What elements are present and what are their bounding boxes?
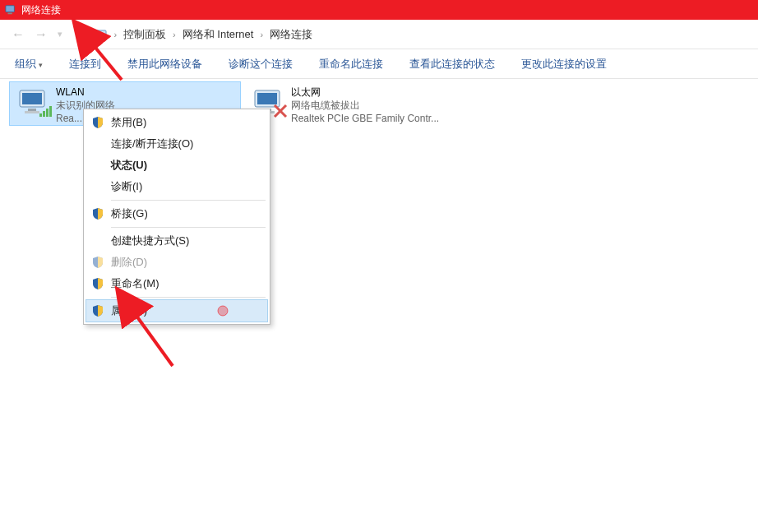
svg-rect-9: [43, 111, 45, 117]
wlan-name: WLAN: [56, 86, 237, 99]
network-item-ethernet[interactable]: 以太网 网络电缆被拔出 Realtek PCIe GBE Family Cont…: [245, 82, 475, 125]
toolbar-status[interactable]: 查看此连接的状态: [408, 53, 497, 75]
ctx-separator: [111, 297, 266, 298]
ctx-separator: [111, 227, 266, 228]
ctx-diagnose[interactable]: 诊断(I): [86, 176, 267, 197]
toolbar-disable[interactable]: 禁用此网络设备: [126, 53, 204, 75]
content-area: WLAN 未识别的网络 Rea... 以太网 网络电缆被拔出 Realtek P…: [0, 79, 758, 92]
breadcrumb[interactable]: › 控制面板 › 网络和 Internet › 网络连接: [95, 25, 314, 44]
titlebar: 网络连接: [0, 0, 758, 20]
breadcrumb-sep: ›: [113, 30, 117, 39]
svg-rect-0: [6, 6, 15, 12]
ethernet-adapter: Realtek PCIe GBE Family Contr...: [291, 112, 472, 125]
breadcrumb-item-2[interactable]: 网络连接: [268, 25, 314, 44]
svg-rect-13: [257, 93, 277, 104]
ctx-properties[interactable]: 属性(R): [86, 300, 267, 322]
toolbar-rename[interactable]: 重命名此连接: [317, 53, 385, 75]
svg-rect-6: [28, 109, 36, 111]
nav-forward-button[interactable]: →: [30, 24, 53, 45]
ctx-delete-label: 删除(D): [111, 255, 147, 270]
ctx-disable-label: 禁用(B): [111, 115, 146, 130]
toolbar-connect[interactable]: 连接到: [67, 53, 103, 75]
svg-point-18: [218, 306, 228, 316]
context-menu: 禁用(B) 连接/断开连接(O) 状态(U) 诊断(I) 桥接(G) 创建快捷方…: [83, 109, 270, 325]
svg-rect-10: [46, 109, 49, 117]
breadcrumb-sep: ›: [260, 30, 263, 39]
network-folder-icon: [95, 28, 109, 41]
shield-icon: [91, 256, 104, 269]
svg-rect-8: [39, 113, 42, 117]
svg-rect-5: [22, 93, 42, 104]
toolbar-diagnose[interactable]: 诊断这个连接: [227, 53, 294, 75]
ctx-separator: [111, 200, 266, 201]
toolbar-organize[interactable]: 组织: [13, 53, 44, 75]
ctx-status[interactable]: 状态(U): [86, 155, 267, 176]
nav-back-button[interactable]: ←: [7, 24, 30, 45]
ctx-connect-label: 连接/断开连接(O): [111, 136, 193, 151]
app-icon: [5, 4, 16, 16]
svg-rect-7: [25, 111, 39, 113]
ctx-status-label: 状态(U): [111, 158, 147, 173]
navbar: ← → ▾ ↑ | › 控制面板 › 网络和 Internet › 网络连接: [0, 20, 758, 49]
shield-icon: [91, 277, 104, 290]
ctx-disable[interactable]: 禁用(B): [86, 112, 267, 133]
shield-icon: [91, 116, 104, 129]
breadcrumb-sep: ›: [173, 30, 176, 39]
svg-rect-1: [8, 13, 12, 15]
toolbar-change[interactable]: 更改此连接的设置: [520, 53, 608, 75]
svg-rect-11: [49, 106, 52, 117]
ctx-connect[interactable]: 连接/断开连接(O): [86, 133, 267, 155]
ctx-bridge[interactable]: 桥接(G): [86, 203, 267, 224]
shield-icon: [91, 304, 104, 317]
cursor-icon: [216, 304, 229, 317]
window-title: 网络连接: [21, 3, 61, 17]
ctx-shortcut-label: 创建快捷方式(S): [111, 234, 189, 248]
breadcrumb-item-0[interactable]: 控制面板: [122, 25, 168, 44]
nav-history-button[interactable]: ▾: [53, 25, 67, 43]
wlan-icon: [13, 84, 56, 123]
ctx-shortcut[interactable]: 创建快捷方式(S): [86, 230, 267, 252]
toolbar: 组织 连接到 禁用此网络设备 诊断这个连接 重命名此连接 查看此连接的状态 更改…: [0, 49, 758, 79]
svg-rect-2: [96, 30, 106, 37]
ctx-bridge-label: 桥接(G): [111, 206, 148, 221]
shield-icon: [91, 207, 104, 220]
svg-rect-3: [99, 38, 104, 39]
ethernet-status: 网络电缆被拔出: [291, 99, 472, 112]
ctx-diagnose-label: 诊断(I): [111, 179, 142, 194]
breadcrumb-item-1[interactable]: 网络和 Internet: [181, 25, 256, 44]
separator: |: [90, 28, 92, 40]
nav-up-button[interactable]: ↑: [76, 28, 81, 41]
ctx-rename[interactable]: 重命名(M): [86, 273, 267, 294]
ctx-delete: 删除(D): [86, 252, 267, 273]
ctx-rename-label: 重命名(M): [111, 276, 159, 291]
ctx-properties-label: 属性(R): [111, 303, 147, 318]
ethernet-name: 以太网: [291, 86, 472, 99]
